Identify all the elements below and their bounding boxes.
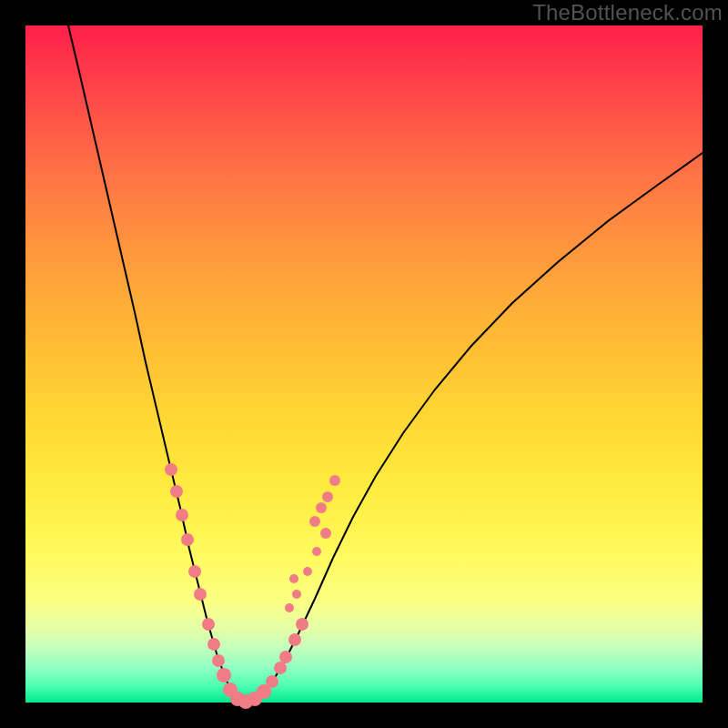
bead-marker [176, 509, 188, 521]
bead-group [165, 463, 340, 709]
bead-marker [289, 574, 298, 583]
bead-marker [194, 588, 207, 601]
bead-marker [181, 533, 194, 546]
outer-frame: TheBottleneck.com [0, 0, 728, 728]
bead-marker [217, 668, 231, 682]
gradient-plot-area [25, 25, 703, 703]
bead-marker [285, 603, 294, 612]
bead-marker [316, 502, 327, 513]
bead-marker [296, 618, 308, 631]
bead-marker [288, 633, 301, 646]
bead-marker [188, 565, 201, 578]
chart-svg [25, 25, 703, 703]
curve-right-branch [244, 153, 703, 703]
bead-marker [303, 567, 312, 576]
bead-marker [274, 662, 287, 674]
bead-marker [207, 638, 220, 651]
bead-marker [170, 485, 183, 498]
bead-marker [279, 651, 292, 663]
bead-marker [266, 675, 278, 688]
bead-marker [202, 618, 215, 631]
bead-marker [322, 491, 333, 502]
bead-marker [165, 463, 177, 476]
bead-marker [312, 547, 321, 556]
bead-marker [309, 516, 320, 527]
bead-marker [320, 528, 331, 539]
watermark-text: TheBottleneck.com [532, 0, 723, 25]
bead-marker [212, 654, 225, 667]
curve-left-branch [68, 25, 244, 703]
bead-marker [292, 590, 301, 599]
bead-marker [329, 475, 340, 486]
